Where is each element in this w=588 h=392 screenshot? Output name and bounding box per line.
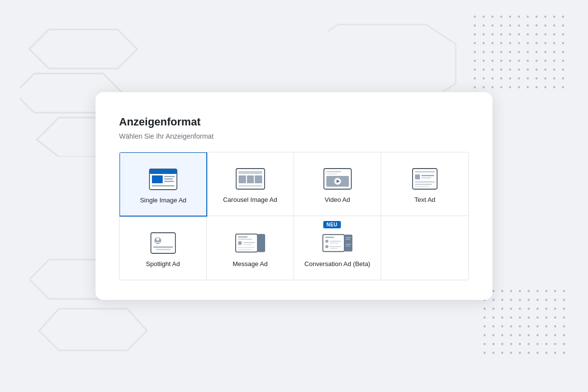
svg-rect-48	[325, 237, 334, 238]
svg-point-187	[554, 308, 556, 310]
svg-point-180	[492, 308, 494, 310]
svg-rect-55	[344, 234, 352, 251]
svg-rect-42	[243, 242, 254, 243]
svg-point-130	[509, 69, 511, 71]
svg-point-164	[528, 290, 530, 292]
svg-point-114	[562, 51, 564, 53]
svg-rect-27	[415, 174, 420, 179]
carousel-image-ad-label: Carousel Image Ad	[223, 196, 277, 203]
svg-rect-53	[329, 246, 341, 247]
svg-point-174	[528, 299, 530, 301]
svg-point-85	[500, 33, 502, 35]
svg-point-155	[536, 86, 538, 88]
svg-point-214	[528, 334, 530, 336]
svg-point-107	[500, 51, 502, 53]
svg-rect-9	[164, 176, 175, 177]
svg-point-228	[563, 343, 565, 345]
ad-format-card: Anzeigenformat Wählen Sie Ihr Anzeigenfo…	[96, 92, 492, 300]
svg-rect-44	[238, 246, 254, 247]
svg-point-135	[553, 69, 555, 71]
svg-point-217	[554, 334, 556, 336]
message-icon	[235, 231, 266, 255]
svg-point-197	[554, 317, 556, 318]
svg-point-94	[483, 42, 485, 44]
svg-rect-8	[152, 175, 163, 183]
svg-point-229	[484, 352, 486, 354]
video-ad-label: Video Ad	[325, 196, 350, 203]
svg-point-139	[491, 77, 493, 79]
svg-point-190	[492, 317, 494, 318]
svg-point-84	[491, 33, 493, 35]
ad-item-message[interactable]: Message Ad	[207, 216, 294, 280]
svg-rect-21	[326, 173, 337, 174]
svg-point-194	[528, 317, 530, 318]
svg-point-77	[527, 24, 529, 26]
text-ad-icon	[409, 167, 441, 191]
svg-point-123	[544, 60, 546, 62]
svg-point-178	[563, 299, 565, 301]
single-image-ad-label: Single Image Ad	[140, 196, 187, 204]
svg-rect-56	[345, 237, 351, 238]
svg-point-98	[518, 42, 520, 44]
svg-point-185	[537, 308, 539, 310]
svg-point-184	[528, 308, 530, 310]
svg-point-179	[484, 308, 486, 310]
svg-point-119	[509, 60, 511, 62]
svg-point-125	[562, 60, 564, 62]
svg-point-172	[510, 299, 512, 301]
svg-point-115	[474, 60, 476, 62]
ad-item-carousel-image[interactable]: Carousel Image Ad	[207, 152, 294, 216]
svg-point-175	[537, 299, 539, 301]
svg-point-160	[492, 290, 494, 292]
svg-point-143	[527, 77, 529, 79]
svg-rect-30	[415, 181, 435, 183]
svg-point-235	[537, 352, 539, 354]
svg-rect-57	[345, 239, 350, 239]
svg-point-237	[554, 352, 556, 354]
svg-rect-50	[329, 241, 341, 242]
svg-point-230	[492, 352, 494, 354]
ad-item-empty	[381, 216, 468, 280]
svg-point-221	[501, 343, 503, 345]
svg-point-66	[527, 16, 529, 18]
svg-point-93	[474, 42, 476, 44]
svg-point-131	[518, 69, 520, 71]
svg-point-90	[544, 33, 546, 35]
ad-item-video[interactable]: Video Ad	[294, 152, 381, 216]
svg-rect-37	[156, 249, 171, 250]
svg-point-96	[500, 42, 502, 44]
single-image-icon	[147, 167, 179, 192]
svg-point-215	[537, 334, 539, 336]
svg-point-165	[537, 290, 539, 292]
svg-point-158	[562, 86, 564, 88]
svg-point-193	[519, 317, 521, 318]
svg-rect-26	[415, 171, 435, 172]
svg-point-231	[501, 352, 503, 354]
svg-point-49	[325, 240, 328, 243]
svg-rect-10	[164, 178, 173, 180]
svg-point-138	[483, 77, 485, 79]
ad-item-spotlight[interactable]: Spotlight Ad	[120, 216, 207, 280]
svg-point-224	[528, 343, 530, 345]
ad-item-conversation[interactable]: NEU	[294, 216, 381, 280]
svg-point-108	[509, 51, 511, 53]
svg-point-129	[500, 69, 502, 71]
svg-point-112	[544, 51, 546, 53]
ad-item-text[interactable]: Text Ad	[381, 152, 468, 216]
svg-marker-0	[29, 29, 137, 69]
svg-rect-59	[345, 245, 350, 246]
svg-point-149	[483, 86, 485, 88]
svg-point-219	[484, 343, 486, 345]
svg-point-227	[554, 343, 556, 345]
ad-item-single-image[interactable]: Single Image Ad	[119, 152, 207, 217]
svg-point-121	[527, 60, 529, 62]
svg-point-126	[474, 69, 476, 71]
svg-point-150	[491, 86, 493, 88]
svg-point-97	[509, 42, 511, 44]
svg-point-168	[563, 290, 565, 292]
svg-point-95	[491, 42, 493, 44]
svg-point-206	[545, 325, 547, 327]
svg-point-211	[501, 334, 503, 336]
svg-point-147	[562, 77, 564, 79]
message-ad-label: Message Ad	[233, 260, 268, 268]
